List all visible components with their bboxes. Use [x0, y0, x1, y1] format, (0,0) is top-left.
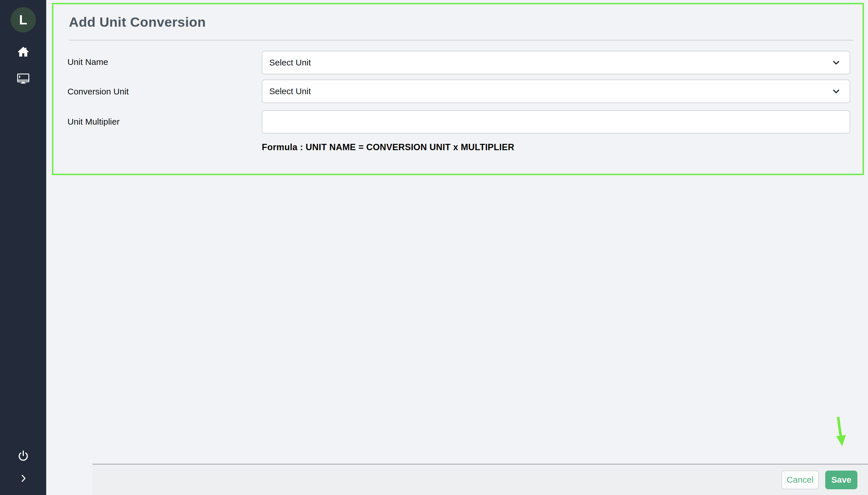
avatar[interactable]: L: [11, 7, 36, 32]
page-title: Add Unit Conversion: [69, 14, 206, 30]
chevron-down-icon: [831, 86, 841, 97]
chevron-down-icon: [831, 57, 841, 68]
save-button[interactable]: Save: [825, 471, 857, 489]
chevron-right-icon: [18, 473, 29, 485]
home-icon: [16, 45, 30, 60]
sidebar-item-home[interactable]: [15, 45, 31, 61]
footer-bar: Cancel Save: [92, 464, 868, 495]
sidebar-expand-button[interactable]: [15, 471, 31, 487]
unit-name-label: Unit Name: [67, 57, 108, 67]
annotation-arrow-icon: [830, 415, 852, 451]
conversion-unit-select[interactable]: Select Unit: [262, 80, 850, 103]
unit-name-select-value: Select Unit: [269, 58, 311, 67]
monitor-icon: [16, 71, 31, 88]
main-content: Add Unit Conversion Unit Name Select Uni…: [46, 0, 868, 495]
add-unit-conversion-panel: Add Unit Conversion Unit Name Select Uni…: [52, 3, 864, 175]
conversion-unit-label: Conversion Unit: [67, 87, 128, 97]
unit-name-select[interactable]: Select Unit: [262, 51, 850, 74]
unit-multiplier-label: Unit Multiplier: [67, 117, 120, 126]
sidebar: L: [0, 0, 46, 495]
cancel-button[interactable]: Cancel: [782, 471, 819, 489]
power-icon: [17, 449, 30, 464]
unit-multiplier-input[interactable]: [262, 110, 850, 134]
conversion-unit-select-value: Select Unit: [269, 86, 311, 96]
formula-text: Formula : UNIT NAME = CONVERSION UNIT x …: [262, 142, 514, 152]
logout-button[interactable]: [15, 448, 31, 464]
title-divider: [69, 40, 853, 40]
avatar-initial: L: [19, 12, 27, 28]
sidebar-bottom: [15, 448, 31, 495]
sidebar-item-screens[interactable]: [15, 71, 31, 88]
